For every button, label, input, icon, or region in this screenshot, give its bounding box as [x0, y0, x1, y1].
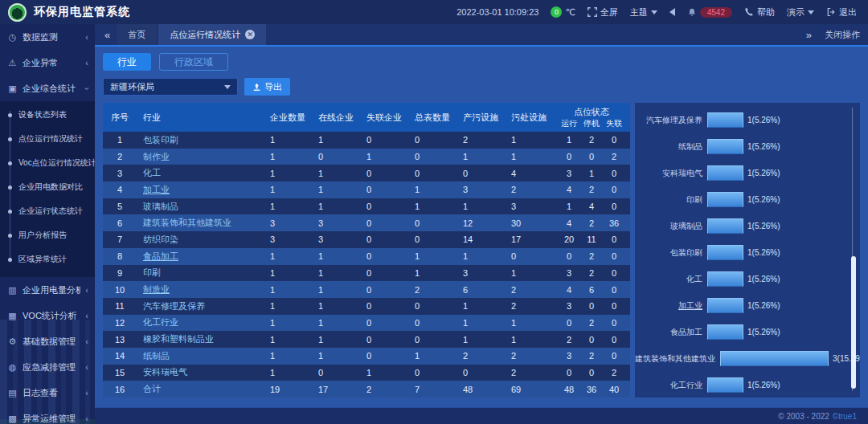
value-cell: 0: [365, 318, 413, 328]
industry-link[interactable]: 印刷: [137, 267, 268, 279]
ops-icon: ▩: [7, 414, 18, 424]
notifications-button[interactable]: 4542: [687, 7, 732, 18]
row-index: 5: [103, 202, 137, 211]
value-cell: 1: [461, 251, 510, 261]
chart-bar[interactable]: [707, 139, 743, 154]
table-row: 6建筑装饰和其他建筑业330012304236: [103, 214, 630, 231]
industry-link[interactable]: 建筑装饰和其他建筑业: [137, 217, 268, 229]
value-cell: 2: [461, 351, 510, 361]
gear-icon: ⚙: [7, 336, 18, 347]
sidebar-subitem-user-analysis-report[interactable]: 用户分析报告: [0, 223, 95, 247]
scroll-tabs-right-icon[interactable]: »: [803, 29, 815, 41]
value-cell: 2: [510, 351, 558, 361]
row-index: 8: [103, 251, 137, 261]
table-row: 13橡胶和塑料制品业110011200: [103, 331, 630, 348]
sidebar-item-power-usage-analysis[interactable]: ▥企业用电量分析‹: [0, 277, 95, 303]
sidebar-item-enterprise-comprehensive-stats[interactable]: ▣企业综合统计‹: [0, 75, 95, 101]
brand-link[interactable]: ©true1: [833, 412, 857, 421]
logout-button[interactable]: 退出: [826, 6, 857, 18]
industry-link[interactable]: 食品加工: [137, 251, 268, 263]
value-cell: 1: [461, 335, 510, 344]
chart-bar[interactable]: [707, 165, 743, 181]
sidebar-item-label: 基础数据管理: [23, 336, 76, 348]
notification-count-badge: 4542: [700, 7, 732, 18]
sidebar-item-enterprise-abnormal[interactable]: ⚠企业异常‹: [0, 50, 95, 75]
industry-link[interactable]: 化工: [137, 167, 268, 179]
chart-bar-row: 建筑装饰和其他建筑业3(15.79%): [635, 345, 860, 372]
sidebar-subitem-region-abnormal-stats[interactable]: 区域异常统计: [0, 247, 95, 271]
chart-bar[interactable]: [707, 377, 743, 393]
chart-bar-row: 食品加工1(5.26%): [635, 319, 860, 345]
sidebar-subitem-point-run-stats[interactable]: 点位运行情况统计: [0, 127, 95, 151]
chart-bar[interactable]: [707, 112, 743, 128]
value-cell: 2: [461, 135, 510, 145]
value-cell: 0: [603, 318, 625, 328]
value-cell: 20: [558, 234, 580, 244]
industry-link[interactable]: 纺织印染: [137, 234, 268, 246]
table-row: 9印刷110131320: [103, 265, 630, 282]
sidebar-subitem-power-data-compare[interactable]: 企业用电数据对比: [0, 175, 95, 199]
demo-menu[interactable]: 演示: [787, 6, 814, 18]
value-cell: 1: [317, 169, 365, 178]
help-button[interactable]: 帮助: [744, 6, 775, 18]
value-cell: 19: [268, 385, 317, 394]
value-cell: 0: [558, 318, 580, 328]
sidebar-subitem-voc-point-run-stats[interactable]: Voc点位运行情况统计: [0, 151, 95, 175]
chevron-left-icon: ‹: [85, 337, 88, 346]
tab-industry[interactable]: 行业: [103, 53, 151, 71]
industry-link[interactable]: 合计: [137, 383, 268, 395]
sidebar-subitem-enterprise-run-status[interactable]: 企业运行状态统计: [0, 199, 95, 223]
sidebar-item-log-view[interactable]: ▤日志查看‹: [0, 380, 95, 406]
chart-bar-row: 化工行业1(5.26%): [635, 372, 860, 398]
industry-link[interactable]: 制造业: [137, 283, 268, 296]
collapse-header-button[interactable]: [669, 8, 675, 16]
value-cell: 2: [580, 251, 603, 261]
close-operations-menu[interactable]: 关闭操作: [825, 29, 860, 41]
chart-bar[interactable]: [707, 245, 743, 260]
tab-point-run-stats[interactable]: 点位运行情况统计✕: [158, 24, 266, 45]
chart-value-label: 1(5.26%): [747, 328, 780, 336]
theme-menu[interactable]: 主题: [630, 6, 657, 18]
industry-link[interactable]: 安科瑞电气: [137, 366, 268, 378]
fullscreen-button[interactable]: 全屏: [588, 6, 618, 18]
sidebar-item-voc-stats-analysis[interactable]: ▦VOC统计分析‹: [0, 303, 95, 328]
value-cell: 1: [558, 202, 580, 211]
tab-home[interactable]: 首页: [117, 24, 157, 45]
close-tab-icon[interactable]: ✕: [245, 30, 255, 39]
chart-scrollbar-thumb[interactable]: [851, 256, 856, 389]
chart-bar[interactable]: [720, 351, 829, 366]
chart-category-label: 安科瑞电气: [635, 168, 702, 179]
value-cell: 0: [365, 135, 413, 145]
industry-link[interactable]: 玻璃制品: [137, 201, 268, 213]
industry-link[interactable]: 包装印刷: [137, 134, 268, 146]
sidebar-menu: ◷数据监测‹⚠企业异常‹▣企业综合统计‹设备状态列表点位运行情况统计Voc点位运…: [0, 24, 95, 424]
industry-link[interactable]: 纸制品: [137, 350, 268, 362]
sidebar-item-emergency-reduction[interactable]: ◍应急减排管理‹: [0, 354, 95, 380]
siren-icon: ◍: [7, 362, 18, 373]
industry-link[interactable]: 制作业: [137, 151, 268, 163]
chart-value-label: 1(5.26%): [747, 195, 780, 204]
value-cell: 0: [580, 152, 603, 161]
sidebar-item-basic-data-management[interactable]: ⚙基础数据管理‹: [0, 328, 95, 354]
value-cell: 1: [558, 135, 580, 145]
sidebar-subitem-device-status-list[interactable]: 设备状态列表: [0, 103, 95, 127]
monitor-icon: ▣: [7, 84, 18, 94]
scroll-tabs-left-icon[interactable]: «: [101, 29, 113, 41]
chart-bar[interactable]: [707, 324, 743, 340]
chart-bar[interactable]: [707, 192, 743, 207]
sidebar-item-abnormal-ops-management[interactable]: ▩异常运维管理‹: [0, 406, 95, 424]
export-button[interactable]: 导出: [244, 78, 290, 96]
value-cell: 1: [510, 268, 558, 278]
industry-link[interactable]: 化工行业: [137, 316, 268, 328]
industry-link[interactable]: 汽车修理及保养: [137, 300, 268, 312]
tab-region[interactable]: 行政区域: [159, 53, 228, 71]
content-row: 序号行业企业数量在线企业失联企业总表数量产污设施污处设施点位状态运行停机失联 1…: [103, 103, 860, 398]
sidebar-item-data-monitoring[interactable]: ◷数据监测‹: [0, 24, 95, 50]
value-cell: 1: [317, 202, 365, 211]
chart-bar[interactable]: [707, 271, 743, 287]
chart-bar[interactable]: [707, 218, 743, 234]
bureau-select[interactable]: 新疆环保局: [103, 78, 238, 96]
industry-link[interactable]: 橡胶和塑料制品业: [137, 333, 268, 345]
industry-link[interactable]: 加工业: [137, 184, 268, 196]
chart-bar[interactable]: [707, 298, 743, 313]
